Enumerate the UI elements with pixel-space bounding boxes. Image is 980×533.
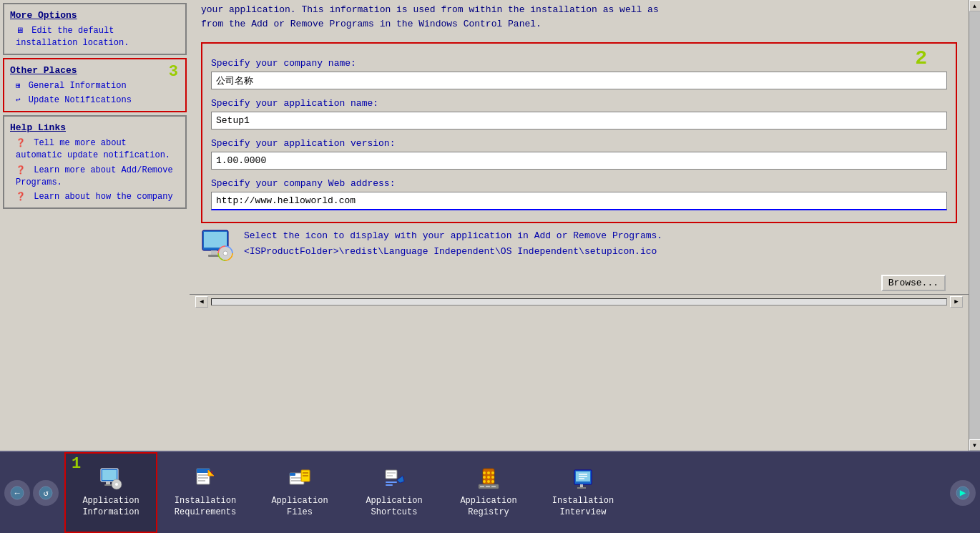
browse-button[interactable]: Browse... (881, 275, 946, 291)
icon-section: Select the icon to display with your app… (201, 229, 957, 263)
svg-rect-13 (104, 484, 112, 486)
svg-rect-19 (198, 477, 208, 479)
company-name-label: Specify your company name: (211, 58, 947, 69)
svg-text:▶: ▶ (960, 487, 966, 499)
taskbar-label-5: Application Registry (460, 496, 516, 518)
icon-path: <ISProductFolder>\redist\Language Indepe… (244, 246, 662, 257)
svg-point-37 (483, 471, 486, 474)
app-name-input[interactable] (211, 112, 947, 129)
taskbar-item-app-shortcuts[interactable]: Application Shortcuts (348, 452, 441, 533)
web-address-input[interactable] (211, 192, 947, 210)
other-places-section: 3 Other Places ⊞ General Information ↩ U… (3, 58, 187, 113)
svg-rect-24 (290, 473, 295, 476)
svg-point-40 (483, 476, 486, 479)
help-links-section: Help Links ❓ Tell me more about automati… (3, 115, 187, 209)
svg-rect-47 (480, 486, 484, 487)
scroll-left-btn[interactable]: ◀ (195, 296, 208, 308)
svg-text:↺: ↺ (43, 489, 48, 499)
svg-point-45 (491, 480, 494, 483)
taskbar-items: 1 Application Information (64, 452, 949, 533)
svg-point-38 (487, 471, 490, 474)
info2-icon: ❓ (16, 165, 26, 176)
svg-rect-11 (102, 470, 117, 480)
sidebar-item-default-location[interactable]: 🖥 Edit the default installation location… (4, 24, 185, 51)
taskbar-icon-4 (383, 467, 406, 493)
svg-rect-20 (198, 480, 205, 481)
app-version-input[interactable] (211, 152, 947, 170)
scroll-up-btn[interactable]: ▲ (969, 0, 981, 11)
company-name-input[interactable] (211, 72, 947, 89)
svg-rect-30 (386, 470, 397, 479)
v-scrollbar: ▲ ▼ (969, 0, 980, 451)
taskbar-label-1: Application Information (82, 496, 139, 518)
icon-text: Select the icon to display with your app… (244, 229, 662, 243)
svg-point-41 (487, 476, 490, 479)
sidebar: More Options 🖥 Edit the default installa… (0, 0, 190, 451)
svg-rect-17 (197, 469, 210, 473)
scroll-right-btn[interactable]: ▶ (950, 296, 963, 308)
sidebar-item-update-notifications[interactable]: ↩ Update Notifications (4, 93, 185, 108)
info3-icon: ❓ (16, 192, 26, 202)
taskbar: ← ↺ 1 Application Information (0, 451, 980, 533)
number-badge-3: 3 (169, 63, 178, 81)
header-text: your application. This information is us… (190, 0, 969, 36)
icon-description: Select the icon to display with your app… (244, 229, 662, 257)
browse-row: Browse... (190, 269, 969, 294)
taskbar-forward-nav-btn[interactable]: ↺ (33, 480, 59, 506)
form-number-badge: 2 (915, 47, 927, 69)
other-places-title: Other Places (4, 62, 185, 79)
scroll-down-btn[interactable]: ▼ (969, 439, 981, 451)
form-section: 2 Specify your company name: Specify you… (201, 42, 957, 223)
taskbar-item-app-files[interactable]: Application Files (253, 452, 346, 533)
app-icon (201, 229, 235, 263)
taskbar-item-install-interview[interactable]: Installation Interview (536, 452, 629, 533)
taskbar-icon-6 (572, 467, 594, 493)
taskbar-icon-5 (477, 467, 500, 493)
svg-rect-34 (386, 481, 397, 483)
help-links-title: Help Links (4, 119, 185, 136)
svg-point-5 (223, 251, 227, 255)
taskbar-icon-1 (99, 467, 122, 493)
svg-point-39 (491, 471, 494, 474)
svg-rect-18 (198, 474, 208, 476)
grid-icon: ⊞ (16, 81, 21, 92)
taskbar-label-3: Application Files (271, 496, 328, 518)
h-scrollbar: ◀ ▶ (190, 294, 969, 308)
sidebar-item-help1[interactable]: ❓ Tell me more about automatic update no… (4, 136, 185, 163)
taskbar-icon-2: ! (194, 467, 217, 493)
taskbar-item-app-info[interactable]: 1 Application Information (64, 452, 157, 533)
content-wrapper: your application. This information is us… (190, 0, 980, 451)
h-scroll-track[interactable] (211, 298, 947, 305)
taskbar-label-6: Installation Interview (552, 496, 614, 518)
taskbar-icon-3 (288, 467, 311, 493)
svg-point-15 (115, 483, 118, 486)
taskbar-label-4: Application Shortcuts (366, 496, 422, 518)
taskbar-item-app-registry[interactable]: Application Registry (442, 452, 535, 533)
app-version-label: Specify your application version: (211, 138, 947, 149)
svg-rect-2 (211, 250, 217, 255)
svg-point-42 (491, 476, 494, 479)
arrow-icon: ↩ (16, 95, 21, 106)
svg-rect-29 (303, 475, 308, 476)
svg-rect-1 (204, 232, 227, 248)
more-options-title: More Options (4, 7, 185, 24)
svg-point-44 (487, 480, 490, 483)
svg-text:←: ← (14, 489, 20, 499)
taskbar-next-btn[interactable]: ▶ (950, 480, 976, 506)
folder-icon: 🖥 (16, 26, 24, 36)
taskbar-item-install-req[interactable]: ! Installation Requirements (159, 452, 252, 533)
svg-marker-33 (397, 476, 404, 483)
svg-rect-48 (486, 486, 490, 487)
svg-rect-12 (106, 481, 110, 484)
svg-point-43 (483, 480, 486, 483)
svg-rect-35 (386, 484, 393, 486)
taskbar-back-btn[interactable]: ← (4, 480, 30, 506)
taskbar-label-2: Installation Requirements (175, 496, 236, 518)
more-options-section: More Options 🖥 Edit the default installa… (3, 3, 187, 55)
sidebar-item-help3[interactable]: ❓ Learn about how the company (4, 190, 185, 205)
svg-rect-28 (303, 472, 308, 474)
sidebar-item-help2[interactable]: ❓ Learn more about Add/Remove Programs. (4, 163, 185, 190)
sidebar-item-general-info[interactable]: ⊞ General Information (4, 79, 185, 94)
info-icon: ❓ (16, 138, 26, 149)
v-scroll-track[interactable] (969, 11, 981, 439)
